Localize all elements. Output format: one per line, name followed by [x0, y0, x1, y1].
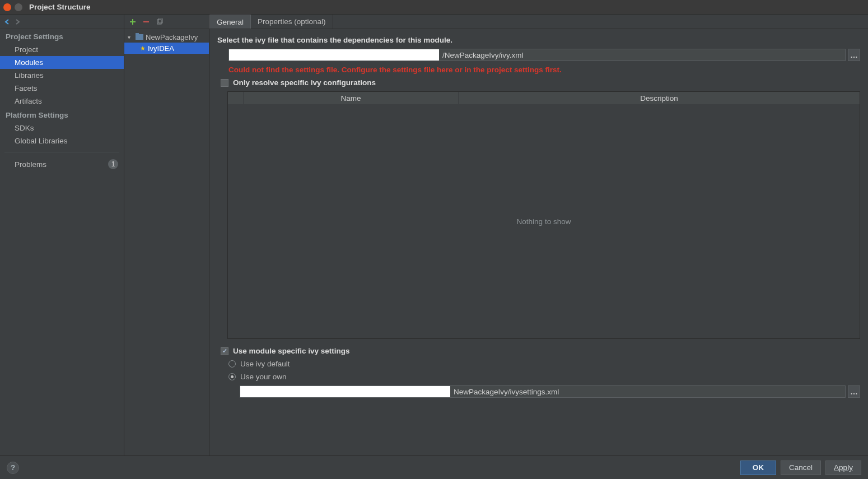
tree-node-label: NewPackageIvy — [146, 33, 198, 41]
settings-sidebar: Project Settings Project Modules Librari… — [0, 15, 124, 455]
module-icon — [136, 33, 143, 41]
module-tree-panel: ▾ NewPackageIvy ★ IvyIDEA — [124, 15, 209, 455]
nav-back-icon[interactable] — [3, 18, 11, 26]
problems-count-badge: 1 — [108, 159, 118, 169]
help-button[interactable]: ? — [7, 462, 19, 474]
tree-node-root[interactable]: ▾ NewPackageIvy — [124, 31, 209, 43]
use-module-specific-label: Use module specific ivy settings — [233, 347, 350, 355]
dialog-footer: ? OK Cancel Apply — [0, 455, 868, 479]
sidebar-nav — [0, 15, 124, 29]
copy-icon[interactable] — [156, 18, 164, 26]
radio-own-row[interactable]: Use your own — [217, 373, 860, 381]
tab-general[interactable]: General — [209, 15, 251, 29]
window-minimize-button[interactable] — [15, 3, 22, 11]
sidebar-item-problems[interactable]: Problems 1 — [0, 157, 124, 171]
tree-node-ivyidea[interactable]: ★ IvyIDEA — [124, 43, 209, 54]
table-header-description: Description — [459, 92, 860, 104]
svg-rect-1 — [158, 18, 162, 23]
only-resolve-checkbox[interactable] — [221, 79, 228, 87]
sidebar-heading-platform-settings: Platform Settings — [0, 108, 124, 122]
tabbar: General Properties (optional) — [209, 15, 868, 29]
sidebar-item-libraries[interactable]: Libraries — [0, 69, 124, 82]
only-resolve-label: Only resolve specific ivy configurations — [233, 78, 376, 87]
table-header-checkbox — [228, 92, 244, 104]
sidebar-separator — [4, 152, 119, 152]
svg-rect-3 — [136, 33, 139, 35]
nav-forward-icon[interactable] — [13, 18, 21, 26]
settings-file-path-hidden — [240, 386, 450, 397]
window-title: Project Structure — [29, 3, 91, 11]
window-close-button[interactable] — [3, 3, 11, 11]
radio-use-own[interactable] — [228, 373, 236, 380]
cancel-button-label: Cancel — [789, 463, 813, 472]
radio-default-row[interactable]: Use ivy default — [217, 360, 860, 368]
module-tree: ▾ NewPackageIvy ★ IvyIDEA — [124, 29, 209, 54]
table-empty-label: Nothing to show — [517, 217, 571, 226]
ivy-file-path-hidden — [229, 49, 439, 61]
settings-error-label: Could not find the settings file. Config… — [217, 66, 860, 74]
apply-button[interactable]: Apply — [825, 461, 861, 475]
sidebar-item-project[interactable]: Project — [0, 43, 124, 56]
ok-button[interactable]: OK — [740, 461, 776, 475]
sidebar-item-sdks[interactable]: SDKs — [0, 122, 124, 134]
radio-use-default[interactable] — [228, 360, 236, 368]
add-icon[interactable] — [129, 18, 137, 26]
ivy-file-row: /NewPackageIvy/ivy.xml … — [217, 49, 860, 61]
tab-properties[interactable]: Properties (optional) — [251, 15, 333, 29]
instruction-label: Select the ivy file that contains the de… — [217, 36, 860, 44]
browse-settings-file-button[interactable]: … — [848, 385, 860, 398]
configurations-table: Name Description Nothing to show — [227, 91, 860, 339]
general-panel: Select the ivy file that contains the de… — [209, 29, 868, 455]
tree-node-label: IvyIDEA — [148, 44, 174, 53]
sidebar-item-label: Problems — [15, 160, 46, 169]
sidebar-item-facets[interactable]: Facets — [0, 82, 124, 95]
use-module-specific-row: Use module specific ivy settings — [217, 347, 860, 355]
apply-button-label: Apply — [834, 463, 853, 472]
table-header: Name Description — [228, 92, 860, 104]
only-resolve-row: Only resolve specific ivy configurations — [217, 78, 860, 87]
sidebar-item-global-libraries[interactable]: Global Libraries — [0, 134, 124, 147]
ok-button-label: OK — [753, 463, 764, 472]
use-module-specific-checkbox[interactable] — [221, 347, 228, 355]
svg-rect-0 — [157, 20, 161, 24]
module-tree-toolbar — [124, 15, 209, 29]
radio-use-own-label: Use your own — [240, 373, 287, 381]
radio-use-default-label: Use ivy default — [240, 360, 290, 368]
remove-icon[interactable] — [142, 18, 150, 26]
settings-file-row: NewPackageIvy/ivysettings.xml … — [217, 385, 860, 398]
sidebar-item-artifacts[interactable]: Artifacts — [0, 95, 124, 108]
expand-icon[interactable]: ▾ — [128, 34, 133, 40]
cancel-button[interactable]: Cancel — [781, 461, 821, 475]
browse-ivy-file-button[interactable]: … — [848, 49, 860, 61]
settings-file-field[interactable]: NewPackageIvy/ivysettings.xml — [240, 385, 846, 398]
ivy-file-path-visible: /NewPackageIvy/ivy.xml — [439, 51, 527, 59]
window-titlebar: Project Structure — [0, 0, 868, 15]
sidebar-heading-project-settings: Project Settings — [0, 29, 124, 43]
table-body-empty: Nothing to show — [228, 104, 860, 338]
table-header-name: Name — [244, 92, 459, 104]
editor-content: General Properties (optional) Select the… — [209, 15, 868, 455]
ivy-facet-icon: ★ — [140, 45, 146, 52]
settings-file-path-visible: NewPackageIvy/ivysettings.xml — [450, 388, 562, 396]
sidebar-item-modules[interactable]: Modules — [0, 56, 124, 69]
ivy-file-field[interactable]: /NewPackageIvy/ivy.xml — [228, 49, 846, 61]
